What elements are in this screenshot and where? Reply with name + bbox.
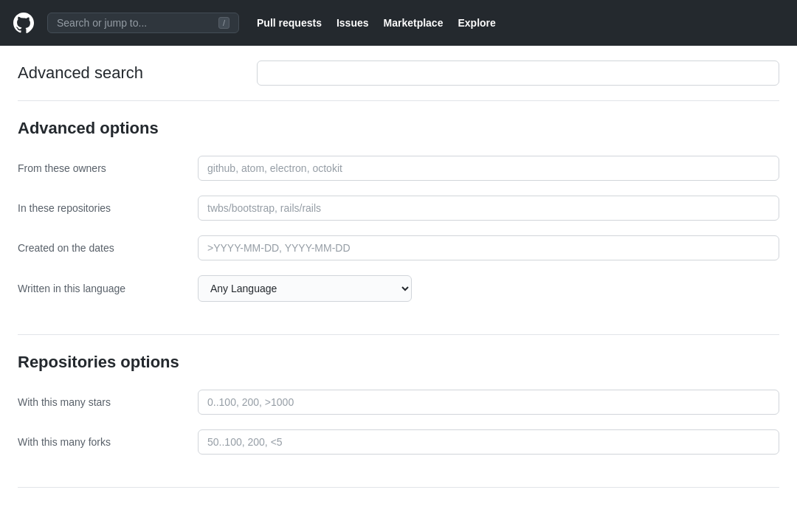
search-header-row: Advanced search: [18, 46, 779, 101]
nav-link-issues[interactable]: Issues: [337, 17, 369, 29]
dates-input[interactable]: [198, 235, 779, 260]
owners-input[interactable]: [198, 156, 779, 181]
navbar-links: Pull requests Issues Marketplace Explore: [257, 17, 496, 29]
nav-link-marketplace[interactable]: Marketplace: [384, 17, 444, 29]
owners-row: From these owners: [18, 156, 779, 181]
forks-label: With this many forks: [18, 436, 180, 448]
advanced-search-input[interactable]: [257, 61, 779, 86]
owners-label: From these owners: [18, 162, 180, 174]
advanced-options-title: Advanced options: [18, 119, 779, 138]
language-select[interactable]: Any Language Assembly C C# C++ CSS Go HT…: [198, 275, 412, 302]
repositories-options-section: Repositories options With this many star…: [18, 335, 779, 488]
kbd-slash: /: [218, 17, 230, 29]
page-title: Advanced search: [18, 63, 239, 83]
nav-link-explore[interactable]: Explore: [458, 17, 495, 29]
repositories-input[interactable]: [198, 196, 779, 221]
dates-row: Created on the dates: [18, 235, 779, 260]
nav-link-pull-requests[interactable]: Pull requests: [257, 17, 322, 29]
stars-input[interactable]: [198, 390, 779, 415]
github-logo-icon[interactable]: [12, 11, 35, 35]
dates-label: Created on the dates: [18, 242, 180, 254]
repositories-row: In these repositories: [18, 196, 779, 221]
search-input[interactable]: [57, 17, 213, 29]
stars-label: With this many stars: [18, 396, 180, 408]
repositories-options-title: Repositories options: [18, 353, 779, 372]
forks-input[interactable]: [198, 429, 779, 455]
main-content: Advanced search Advanced options From th…: [0, 46, 797, 488]
search-bar[interactable]: /: [47, 13, 239, 33]
language-label: Written in this language: [18, 283, 180, 294]
language-row: Written in this language Any Language As…: [18, 275, 779, 302]
navbar: / Pull requests Issues Marketplace Explo…: [0, 0, 797, 46]
advanced-options-section: Advanced options From these owners In th…: [18, 101, 779, 335]
repositories-label: In these repositories: [18, 202, 180, 214]
forks-row: With this many forks: [18, 429, 779, 455]
stars-row: With this many stars: [18, 390, 779, 415]
